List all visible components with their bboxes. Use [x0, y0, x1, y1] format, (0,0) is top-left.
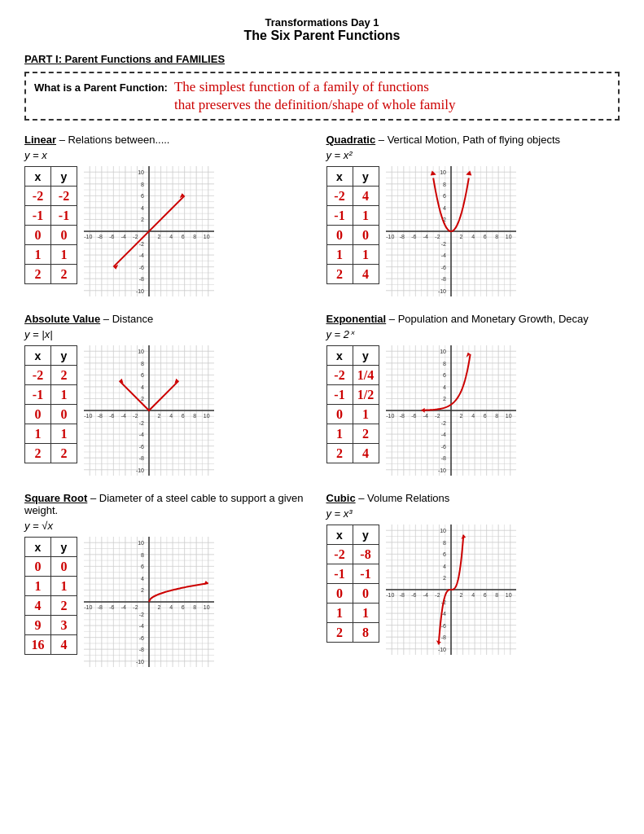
- svg-text:-2: -2: [133, 234, 138, 239]
- svg-text:10: 10: [505, 413, 511, 419]
- page-header: Transformations Day 1 The Six Parent Fun…: [24, 16, 620, 43]
- graph-container: -10-10-8-8-6-6-4-4-2-2224466881010: [84, 345, 214, 476]
- svg-text:2: 2: [141, 588, 144, 594]
- svg-text:10: 10: [505, 234, 511, 239]
- graph-container: -10-10-8-8-6-6-4-4-2-2224466881010: [386, 166, 516, 296]
- svg-text:6: 6: [483, 592, 486, 598]
- svg-text:-8: -8: [440, 634, 445, 640]
- graph-container: -10-10-8-8-6-6-4-4-2-2224466881010: [84, 166, 214, 296]
- svg-text:-2: -2: [435, 413, 440, 419]
- function-content: xy -2 4 -1 1 0 0 1 1 2 4 -10-10-8-8-6-6-…: [326, 166, 620, 296]
- svg-text:6: 6: [443, 373, 446, 379]
- svg-text:-8: -8: [399, 413, 404, 419]
- table-wrapper: xy -2 -2 -1 -1 0 0 1 1 2 2: [24, 166, 77, 284]
- svg-text:-8: -8: [440, 455, 445, 461]
- svg-text:-8: -8: [139, 276, 144, 282]
- svg-text:-6: -6: [440, 265, 445, 270]
- svg-text:8: 8: [443, 540, 446, 546]
- svg-text:-4: -4: [121, 234, 126, 239]
- svg-text:-10: -10: [136, 659, 144, 665]
- function-title: Absolute Value – Distance: [24, 313, 318, 325]
- svg-text:-8: -8: [139, 455, 144, 461]
- svg-text:-6: -6: [139, 444, 144, 450]
- svg-text:-2: -2: [435, 234, 440, 239]
- svg-text:-6: -6: [440, 623, 445, 629]
- svg-text:4: 4: [169, 604, 173, 610]
- svg-text:6: 6: [483, 234, 486, 239]
- graph-container: -10-10-8-8-6-6-4-4-2-2224466881010: [386, 525, 516, 655]
- svg-text:4: 4: [141, 384, 144, 390]
- svg-text:10: 10: [440, 169, 446, 175]
- function-title: Exponential – Population and Monetary Gr…: [326, 313, 620, 325]
- svg-text:6: 6: [443, 194, 446, 200]
- svg-text:4: 4: [169, 234, 173, 239]
- svg-text:2: 2: [158, 413, 161, 419]
- header-title: The Six Parent Functions: [24, 29, 620, 43]
- parent-function-label: What is a Parent Function:: [34, 78, 168, 94]
- svg-text:-6: -6: [411, 234, 416, 239]
- svg-text:-10: -10: [437, 288, 445, 294]
- svg-text:4: 4: [471, 592, 475, 598]
- svg-text:-6: -6: [109, 604, 114, 610]
- table-wrapper: xy -2 1/4 -1 1/2 0 1 1 2 2 4: [326, 345, 379, 463]
- svg-text:-6: -6: [440, 444, 445, 450]
- table-wrapper: xy 0 0 1 1 4 2 9 3 16 4: [24, 537, 77, 655]
- svg-text:8: 8: [193, 413, 196, 419]
- function-content: xy -2 1/4 -1 1/2 0 1 1 2 2 4 -10-10-8-8-…: [326, 345, 620, 476]
- svg-text:8: 8: [141, 182, 144, 187]
- function-content: xy -2 -2 -1 -1 0 0 1 1 2 2 -10-10-8-8-6-…: [24, 166, 318, 296]
- svg-text:10: 10: [440, 349, 446, 354]
- svg-text:4: 4: [443, 564, 446, 569]
- svg-text:2: 2: [459, 592, 462, 598]
- svg-text:-4: -4: [440, 252, 445, 258]
- function-equation: y = 2ˣ: [326, 328, 620, 340]
- svg-text:10: 10: [138, 169, 144, 175]
- svg-text:-10: -10: [437, 647, 445, 652]
- svg-text:-6: -6: [139, 265, 144, 270]
- svg-text:8: 8: [443, 182, 446, 187]
- svg-text:10: 10: [138, 349, 144, 354]
- function-content: xy 0 0 1 1 4 2 9 3 16 4 -10-10-8-8-6-6-4…: [24, 537, 318, 667]
- svg-text:8: 8: [443, 361, 446, 367]
- value-table: xy 0 0 1 1 4 2 9 3 16 4: [24, 537, 77, 655]
- svg-text:6: 6: [141, 564, 144, 570]
- svg-text:-2: -2: [435, 592, 440, 598]
- svg-text:-4: -4: [121, 604, 126, 610]
- part-heading: PART I: Parent Functions and FAMILIES: [24, 53, 620, 65]
- table-wrapper: xy -2 4 -1 1 0 0 1 1 2 4: [326, 166, 379, 284]
- parent-function-box: What is a Parent Function: The simplest …: [24, 72, 620, 121]
- table-wrapper: xy -2 -8 -1 -1 0 0 1 1 2 8: [326, 525, 379, 643]
- value-table: xy -2 2 -1 1 0 0 1 1 2 2: [24, 345, 77, 463]
- function-block-absolute-value: Absolute Value – Distancey = |x| xy -2 2…: [24, 313, 318, 476]
- svg-text:4: 4: [141, 576, 144, 582]
- function-title: Square Root – Diameter of a steel cable …: [24, 492, 318, 516]
- svg-text:10: 10: [204, 413, 210, 419]
- svg-text:10: 10: [138, 540, 144, 546]
- svg-text:-10: -10: [84, 604, 92, 610]
- svg-text:2: 2: [443, 576, 446, 582]
- svg-text:-10: -10: [437, 467, 445, 473]
- svg-text:6: 6: [141, 373, 144, 379]
- svg-text:-2: -2: [133, 604, 138, 610]
- svg-text:-6: -6: [109, 234, 114, 239]
- svg-text:10: 10: [440, 528, 446, 533]
- svg-text:-4: -4: [423, 592, 427, 598]
- function-block-exponential: Exponential – Population and Monetary Gr…: [326, 313, 620, 476]
- svg-text:-6: -6: [139, 635, 144, 641]
- function-equation: y = x²: [326, 149, 620, 161]
- svg-text:-4: -4: [139, 432, 144, 437]
- function-content: xy -2 -8 -1 -1 0 0 1 1 2 8 -10-10-8-8-6-…: [326, 525, 620, 655]
- svg-text:2: 2: [443, 397, 446, 402]
- svg-text:6: 6: [483, 413, 486, 419]
- svg-text:-2: -2: [139, 612, 144, 617]
- svg-marker-352: [421, 408, 424, 413]
- value-table: xy -2 -8 -1 -1 0 0 1 1 2 8: [326, 525, 379, 643]
- svg-text:10: 10: [204, 604, 210, 610]
- svg-text:-10: -10: [386, 413, 394, 419]
- svg-text:-2: -2: [440, 241, 445, 247]
- graph-container: -10-10-8-8-6-6-4-4-2-2224466881010: [84, 537, 214, 667]
- svg-text:6: 6: [443, 552, 446, 558]
- svg-text:8: 8: [193, 604, 196, 610]
- graph-container: -10-10-8-8-6-6-4-4-2-2224466881010: [386, 345, 516, 476]
- svg-text:8: 8: [193, 234, 196, 239]
